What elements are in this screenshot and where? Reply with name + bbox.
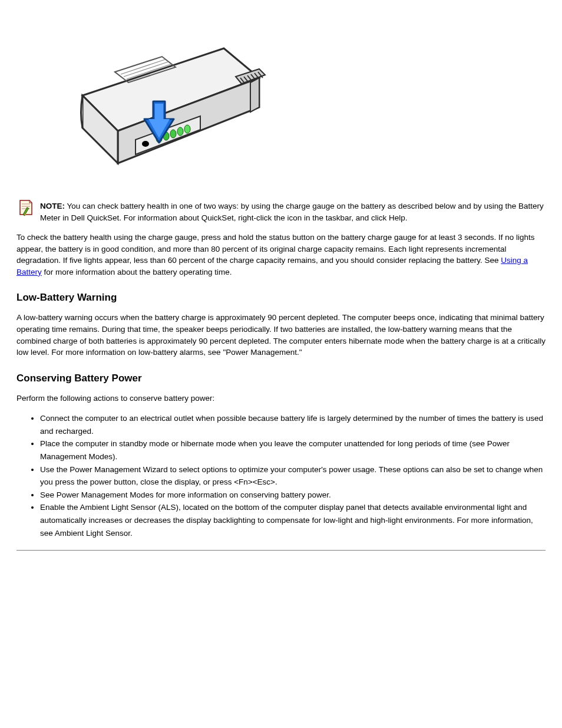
health-para-tail: for more information about the battery o… bbox=[42, 268, 232, 276]
battery-svg bbox=[47, 25, 277, 184]
svg-point-19 bbox=[170, 130, 176, 138]
svg-point-16 bbox=[142, 141, 149, 147]
conserve-heading: Conserving Battery Power bbox=[16, 373, 546, 384]
note-icon bbox=[16, 198, 35, 217]
svg-point-20 bbox=[177, 127, 183, 136]
health-paragraph: To check the battery health using the ch… bbox=[16, 232, 546, 278]
svg-marker-23 bbox=[29, 200, 32, 203]
svg-point-21 bbox=[184, 125, 190, 133]
list-item: Enable the Ambient Light Sensor (ALS), l… bbox=[40, 501, 546, 539]
health-para-lead: To check the battery health using the ch… bbox=[16, 233, 535, 265]
low-battery-heading: Low-Battery Warning bbox=[16, 292, 546, 304]
page-root: NOTE: You can check battery health in on… bbox=[0, 0, 562, 551]
battery-illustration bbox=[47, 25, 546, 186]
note-text: NOTE: You can check battery health in on… bbox=[40, 198, 546, 223]
note-block: NOTE: You can check battery health in on… bbox=[16, 198, 546, 223]
list-item: Place the computer in standby mode or hi… bbox=[40, 437, 546, 463]
conserve-intro: Perform the following actions to conserv… bbox=[16, 393, 546, 404]
note-label: NOTE: bbox=[40, 202, 65, 210]
section-divider bbox=[16, 550, 546, 551]
low-battery-paragraph: A low-battery warning occurs when the ba… bbox=[16, 312, 546, 358]
list-item: See Power Management Modes for more info… bbox=[40, 489, 546, 502]
conserve-list: Connect the computer to an electrical ou… bbox=[16, 412, 546, 539]
svg-marker-2 bbox=[250, 78, 259, 112]
list-item: Use the Power Management Wizard to selec… bbox=[40, 463, 546, 489]
note-body: You can check battery health in one of t… bbox=[40, 202, 544, 222]
list-item: Connect the computer to an electrical ou… bbox=[40, 412, 546, 437]
